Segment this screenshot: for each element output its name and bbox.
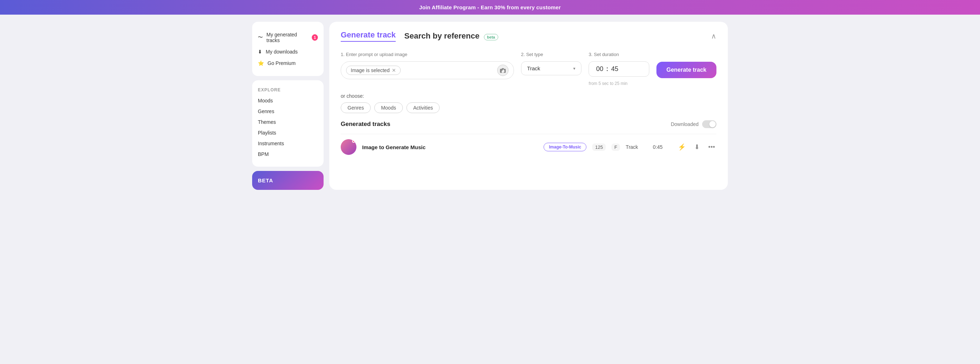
- generated-tracks-header: Generated tracks Downloaded: [341, 120, 716, 128]
- downloaded-toggle[interactable]: [702, 120, 716, 128]
- or-choose-label: or choose:: [341, 93, 716, 99]
- table-row: Image to Generate Music Image-To-Music 1…: [341, 134, 716, 160]
- track-playing-dot: [352, 140, 355, 143]
- sidebar-item-genres[interactable]: Genres: [258, 106, 318, 117]
- beta-card[interactable]: BETA: [252, 171, 324, 190]
- tab-generate-track[interactable]: Generate track: [341, 30, 396, 42]
- banner-text: Join Affiliate Program - Earn 30% from e…: [419, 4, 561, 10]
- track-tag: Image-To-Music: [544, 143, 586, 151]
- duration-section: 3. Set duration 00 : 45 from 5 sec to 25…: [589, 52, 649, 86]
- duration-seconds: 45: [611, 65, 618, 73]
- sidebar-item-bpm[interactable]: BPM: [258, 149, 318, 160]
- download-icon: ⬇: [694, 143, 700, 151]
- image-selected-pill: Image is selected ✕: [346, 66, 401, 75]
- duration-minutes: 00: [596, 65, 603, 73]
- duration-colon: :: [606, 65, 608, 73]
- or-choose-section: or choose: Genres Moods Activities: [341, 93, 716, 113]
- tab-search-by-reference[interactable]: Search by reference beta: [404, 32, 498, 41]
- tab-group: Generate track Search by reference beta: [341, 30, 498, 42]
- beta-label: BETA: [258, 177, 273, 184]
- main-panel: Generate track Search by reference beta …: [329, 22, 728, 190]
- type-value: Track: [527, 65, 540, 71]
- track-bpm: 125: [592, 144, 606, 151]
- track-flash-button[interactable]: ⚡: [676, 142, 687, 152]
- generated-tracks-badge: 1: [312, 34, 318, 41]
- user-nav-card: 〜 My generated tracks 1 ⬇ My downloads ⭐…: [252, 22, 324, 76]
- generated-tracks-title: Generated tracks: [341, 120, 390, 128]
- upload-image-button[interactable]: [497, 65, 509, 76]
- step1-label: 1. Enter prompt or upload image: [341, 52, 514, 57]
- duration-hint: from 5 sec to 25 min: [589, 81, 649, 86]
- track-thumbnail: [341, 139, 356, 155]
- clear-image-button[interactable]: ✕: [392, 68, 396, 73]
- track-name: Image to Generate Music: [362, 144, 538, 150]
- tab-bar: Generate track Search by reference beta …: [341, 30, 716, 42]
- flash-icon: ⚡: [678, 143, 686, 151]
- sidebar-item-playlists[interactable]: Playlists: [258, 127, 318, 138]
- generate-track-button[interactable]: Generate track: [656, 62, 716, 78]
- step3-label: 3. Set duration: [589, 52, 649, 57]
- beta-badge: beta: [484, 34, 499, 40]
- download-icon: ⬇: [258, 49, 262, 55]
- explore-heading: EXPLORE: [258, 87, 318, 92]
- track-download-button[interactable]: ⬇: [693, 142, 701, 152]
- type-section: 2. Set type Track ▾: [521, 52, 582, 75]
- sidebar-label-my-generated-tracks: My generated tracks: [266, 32, 308, 43]
- ellipsis-icon: •••: [708, 144, 715, 151]
- chevron-down-icon: ▾: [573, 66, 575, 71]
- image-selected-text: Image is selected: [351, 68, 390, 73]
- prompt-input-wrapper[interactable]: Image is selected ✕: [341, 62, 514, 79]
- sidebar-item-moods[interactable]: Moods: [258, 95, 318, 106]
- star-icon: ⭐: [258, 60, 264, 66]
- trending-icon: 〜: [258, 34, 263, 41]
- type-select[interactable]: Track ▾: [521, 62, 582, 75]
- sidebar-item-my-generated-tracks[interactable]: 〜 My generated tracks 1: [258, 29, 318, 46]
- downloaded-toggle-group: Downloaded: [671, 120, 716, 128]
- moods-pill[interactable]: Moods: [374, 103, 403, 113]
- sidebar: 〜 My generated tracks 1 ⬇ My downloads ⭐…: [252, 22, 324, 190]
- explore-card: EXPLORE Moods Genres Themes Playlists In…: [252, 80, 324, 167]
- form-row: 1. Enter prompt or upload image Image is…: [341, 52, 716, 86]
- sidebar-label-go-premium: Go Premium: [267, 60, 296, 66]
- downloaded-label: Downloaded: [671, 121, 698, 127]
- sidebar-item-themes[interactable]: Themes: [258, 117, 318, 127]
- track-duration: 0:45: [653, 144, 671, 150]
- track-type: Track: [626, 144, 647, 150]
- sidebar-item-instruments[interactable]: Instruments: [258, 138, 318, 149]
- camera-icon: [500, 68, 506, 73]
- generate-section: Generate track: [656, 52, 716, 78]
- sidebar-item-go-premium[interactable]: ⭐ Go Premium: [258, 57, 318, 69]
- track-key: F: [611, 144, 620, 151]
- duration-input[interactable]: 00 : 45: [589, 62, 649, 77]
- activities-pill[interactable]: Activities: [406, 103, 440, 113]
- track-more-button[interactable]: •••: [707, 142, 716, 152]
- pill-group: Genres Moods Activities: [341, 103, 716, 113]
- sidebar-item-my-downloads[interactable]: ⬇ My downloads: [258, 46, 318, 57]
- affiliate-banner[interactable]: Join Affiliate Program - Earn 30% from e…: [0, 0, 980, 15]
- collapse-button[interactable]: ∧: [711, 32, 716, 40]
- step2-label: 2. Set type: [521, 52, 582, 57]
- genres-pill[interactable]: Genres: [341, 103, 371, 113]
- prompt-section: 1. Enter prompt or upload image Image is…: [341, 52, 514, 79]
- sidebar-label-my-downloads: My downloads: [266, 49, 298, 55]
